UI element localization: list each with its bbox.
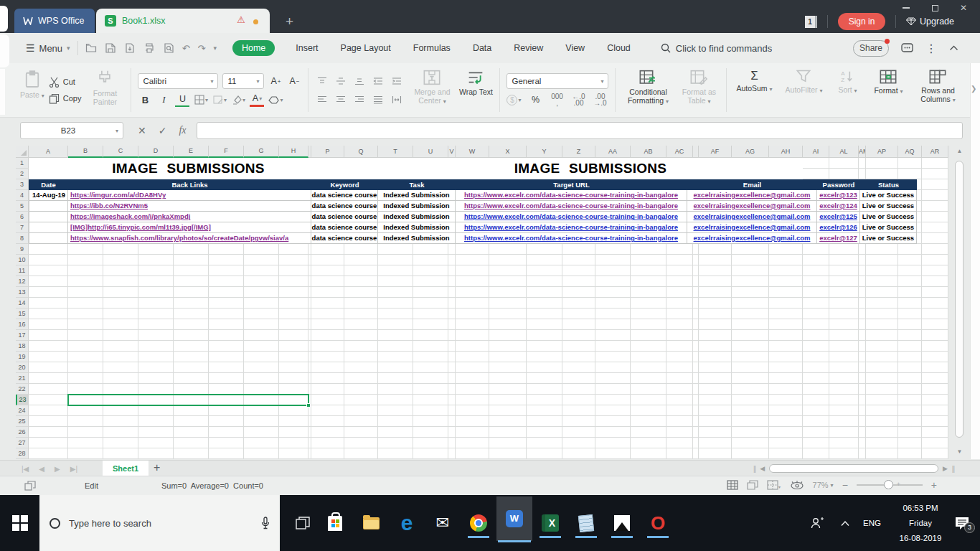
redo-icon[interactable]: ↷ bbox=[198, 43, 206, 54]
column-header[interactable]: AP bbox=[866, 146, 898, 158]
backlink-url[interactable]: https://imageshack.com/i/pnkaXmpdj bbox=[70, 212, 190, 220]
percent-format-button[interactable]: % bbox=[529, 93, 543, 107]
row-header[interactable]: 3 bbox=[16, 179, 29, 190]
row-header[interactable]: 17 bbox=[16, 330, 29, 341]
increase-indent-button[interactable] bbox=[390, 74, 404, 88]
column-header[interactable] bbox=[693, 146, 699, 158]
insert-function-icon[interactable]: fx bbox=[179, 125, 186, 136]
taskbar-notepad[interactable] bbox=[568, 495, 604, 551]
column-header[interactable]: Y bbox=[527, 146, 562, 158]
row-header[interactable]: 19 bbox=[16, 352, 29, 362]
taskbar-search-box[interactable]: Type here to search bbox=[39, 495, 280, 551]
zoom-in-icon[interactable]: + bbox=[931, 479, 937, 491]
page-break-view-icon[interactable]: ▾ bbox=[767, 480, 781, 490]
vertical-scroll-thumb[interactable] bbox=[955, 161, 963, 438]
row-header[interactable]: 26 bbox=[16, 427, 29, 438]
ribbon-tab[interactable]: Page Layout bbox=[339, 40, 392, 56]
cell-keyword[interactable]: data science course bbox=[311, 233, 378, 244]
row-header[interactable]: 28 bbox=[16, 448, 29, 459]
align-center-button[interactable] bbox=[334, 93, 348, 107]
column-header[interactable]: T bbox=[378, 146, 413, 158]
column-header[interactable]: A bbox=[29, 146, 68, 158]
cell-backlink[interactable]: [IMG]http://i65.tinypic.com/ml1t39.jpg[/… bbox=[68, 222, 311, 233]
cell-email[interactable]: excelrraisingexcellence@gmail.com bbox=[687, 212, 817, 222]
row-header[interactable]: 2 bbox=[16, 169, 29, 179]
select-all-corner[interactable] bbox=[16, 146, 29, 158]
row-header[interactable]: 16 bbox=[16, 319, 29, 330]
sort-button[interactable]: AZ Sort ▾ bbox=[832, 67, 862, 113]
first-sheet-icon[interactable]: |◀ bbox=[22, 465, 29, 473]
column-header[interactable]: V bbox=[448, 146, 456, 158]
document-tab[interactable]: S Book1.xlsx ⚠ bbox=[96, 9, 270, 33]
formula-input[interactable] bbox=[197, 122, 963, 139]
next-sheet-icon[interactable]: ▶ bbox=[55, 465, 60, 473]
cell-date[interactable] bbox=[29, 212, 68, 222]
backlink-url[interactable]: https://ibb.co/N2RVNm5 bbox=[70, 202, 148, 209]
ribbon-tab[interactable]: Review bbox=[512, 40, 545, 56]
copy-button[interactable]: Copy bbox=[49, 93, 82, 104]
scrollbar-grip[interactable]: || bbox=[952, 465, 954, 473]
cell-password[interactable]: excelr@126 bbox=[817, 222, 860, 233]
microphone-icon[interactable] bbox=[261, 517, 270, 529]
action-center-button[interactable]: 3 bbox=[954, 516, 970, 530]
row-header[interactable]: 20 bbox=[16, 362, 29, 373]
cell-backlink[interactable]: https://imageshack.com/i/pnkaXmpdj bbox=[68, 212, 311, 222]
language-indicator[interactable]: ENG bbox=[863, 519, 881, 527]
column-header[interactable]: D bbox=[138, 146, 174, 158]
column-header[interactable]: H bbox=[279, 146, 308, 158]
column-header[interactable]: B bbox=[68, 146, 103, 158]
add-sheet-button[interactable]: + bbox=[154, 461, 160, 474]
password-link[interactable]: excelr@123 bbox=[819, 191, 857, 199]
number-format-select[interactable]: General▾ bbox=[507, 73, 608, 89]
start-button[interactable] bbox=[0, 495, 39, 551]
zoom-slider-handle[interactable] bbox=[884, 480, 893, 489]
command-search[interactable]: Click to find commands bbox=[661, 43, 772, 54]
row-header[interactable]: 1 bbox=[16, 158, 29, 169]
cell-task[interactable]: Indexed Submission bbox=[378, 212, 456, 222]
email-link[interactable]: excelrraisingexcellence@gmail.com bbox=[694, 212, 811, 220]
cell-password[interactable]: excelr@123 bbox=[817, 190, 860, 201]
row-header[interactable]: 11 bbox=[16, 265, 29, 276]
cell-backlink[interactable]: https://imgur.com/a/dDA8HVy bbox=[68, 190, 311, 201]
taskbar-clock[interactable]: 06:53 PM Friday 16-08-2019 bbox=[892, 501, 948, 546]
table-header-cell[interactable]: Target URL bbox=[456, 179, 687, 190]
fill-handle[interactable] bbox=[306, 403, 311, 408]
ribbon-tab[interactable]: Formulas bbox=[412, 40, 452, 56]
column-header[interactable]: AB bbox=[631, 146, 666, 158]
password-link[interactable]: excelr@125 bbox=[819, 212, 857, 220]
target-url[interactable]: https://www.excelr.com/data-science-cour… bbox=[464, 191, 678, 199]
cell-task[interactable]: Indexed Submission bbox=[378, 222, 456, 233]
autosum-button[interactable]: Σ AutoSum ▾ bbox=[733, 67, 775, 113]
row-header[interactable]: 10 bbox=[16, 255, 29, 265]
target-url[interactable]: https://www.excelr.com/data-science-cour… bbox=[464, 223, 678, 231]
taskbar-chrome[interactable] bbox=[461, 495, 496, 551]
scroll-up-icon[interactable]: ▲ bbox=[954, 148, 965, 154]
column-header[interactable]: E bbox=[174, 146, 209, 158]
close-button[interactable]: ✕ bbox=[954, 1, 973, 14]
cell-keyword[interactable]: data science course bbox=[311, 222, 378, 233]
cell-grid[interactable]: IMAGE SUBMISSIONS IMAGE SUBMISSIONS Date… bbox=[29, 158, 948, 459]
row-header[interactable]: 18 bbox=[16, 341, 29, 352]
zoom-out-icon[interactable]: − bbox=[842, 479, 848, 491]
normal-view-icon[interactable] bbox=[727, 480, 738, 490]
active-cell-selection[interactable] bbox=[67, 394, 309, 406]
email-link[interactable]: excelrraisingexcellence@gmail.com bbox=[694, 202, 811, 209]
column-header[interactable]: C bbox=[103, 146, 138, 158]
side-panel-handle[interactable] bbox=[0, 34, 9, 67]
font-name-select[interactable]: Calibri▾ bbox=[138, 73, 218, 89]
column-header[interactable]: AL bbox=[829, 146, 859, 158]
cell-date[interactable] bbox=[29, 233, 68, 244]
password-link[interactable]: excelr@126 bbox=[819, 223, 857, 231]
cell-task[interactable]: Indexed Submission bbox=[378, 190, 456, 201]
align-top-button[interactable] bbox=[315, 74, 329, 88]
row-header[interactable]: 12 bbox=[16, 276, 29, 287]
zoom-level[interactable]: 77%▾ bbox=[813, 481, 834, 489]
format-button[interactable]: Format ▾ bbox=[870, 67, 907, 113]
sheet-tab-sheet1[interactable]: Sheet1 bbox=[103, 461, 149, 476]
cell-target-url[interactable]: https://www.excelr.com/data-science-cour… bbox=[456, 233, 687, 244]
ribbon-tab[interactable]: Insert bbox=[294, 40, 319, 56]
cell-keyword[interactable]: data science course bbox=[311, 190, 378, 201]
row-header[interactable]: 8 bbox=[16, 233, 29, 244]
column-header[interactable]: AM bbox=[859, 146, 866, 158]
ribbon-expand-arrow[interactable]: ❯ bbox=[971, 85, 976, 93]
